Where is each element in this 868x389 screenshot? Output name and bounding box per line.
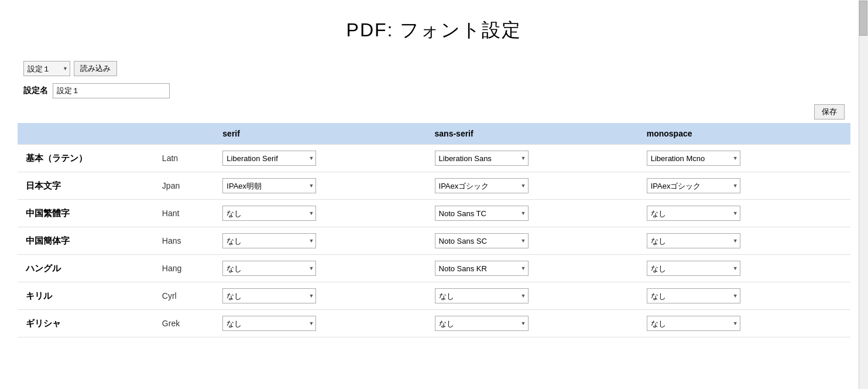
sans-cell: Liberation Sans xyxy=(427,145,639,172)
table-header: serif sans-serif monospace xyxy=(18,123,850,145)
sans-select-wrapper: なし xyxy=(435,316,529,331)
mono-cell: Liberation Mcno xyxy=(639,145,850,172)
sans-select-row-3[interactable]: Noto Sans SC xyxy=(435,233,529,248)
row-code: Hant xyxy=(154,200,214,227)
preset-select-wrapper: 設定１ xyxy=(23,61,70,76)
mono-cell: なし xyxy=(639,200,850,227)
mono-cell: なし xyxy=(639,282,850,310)
serif-select-row-6[interactable]: なし xyxy=(222,316,316,331)
sans-select-row-2[interactable]: Noto Sans TC xyxy=(435,206,529,221)
mono-select-wrapper: なし xyxy=(647,288,740,303)
scrollbar-track[interactable] xyxy=(859,0,868,389)
table-row: キリルCyrlなしなしなし xyxy=(18,282,850,310)
table-row: 中国簡体字HansなしNoto Sans SCなし xyxy=(18,227,850,255)
serif-select-row-4[interactable]: なし xyxy=(222,261,316,276)
row-label: 日本文字 xyxy=(18,172,154,200)
mono-cell: なし xyxy=(639,310,850,337)
serif-select-row-3[interactable]: なし xyxy=(222,233,316,248)
sans-select-wrapper: Liberation Sans xyxy=(435,151,529,166)
row-code: Cyrl xyxy=(154,282,214,310)
serif-cell: Liberation Serif xyxy=(214,145,426,172)
serif-select-wrapper: なし xyxy=(222,261,316,276)
sans-select-wrapper: Noto Sans SC xyxy=(435,233,529,248)
font-table-body: 基本（ラテン）LatnLiberation SerifLiberation Sa… xyxy=(18,145,850,337)
serif-select-row-5[interactable]: なし xyxy=(222,288,316,303)
table-row: 基本（ラテン）LatnLiberation SerifLiberation Sa… xyxy=(18,145,850,172)
serif-select-wrapper: なし xyxy=(222,206,316,221)
serif-select-wrapper: なし xyxy=(222,233,316,248)
sans-select-row-1[interactable]: IPAexゴシック xyxy=(435,178,529,193)
row-code: Grek xyxy=(154,310,214,337)
mono-select-wrapper: なし xyxy=(647,233,740,248)
row-code: Jpan xyxy=(154,172,214,200)
sans-select-row-4[interactable]: Noto Sans KR xyxy=(435,261,529,276)
sans-select-row-0[interactable]: Liberation Sans xyxy=(435,151,529,166)
sans-cell: なし xyxy=(427,310,639,337)
mono-cell: なし xyxy=(639,227,850,255)
mono-select-wrapper: Liberation Mcno xyxy=(647,151,740,166)
mono-select-row-1[interactable]: IPAexゴシック xyxy=(647,178,740,193)
mono-select-row-4[interactable]: なし xyxy=(647,261,740,276)
scrollbar-thumb[interactable] xyxy=(859,1,867,36)
header-serif: serif xyxy=(214,123,426,145)
serif-select-row-1[interactable]: IPAex明朝 xyxy=(222,178,316,193)
serif-cell: IPAex明朝 xyxy=(214,172,426,200)
sans-cell: なし xyxy=(427,282,639,310)
serif-select-wrapper: IPAex明朝 xyxy=(222,178,316,193)
header-col1 xyxy=(18,123,154,145)
row-code: Hang xyxy=(154,255,214,282)
row-label: 基本（ラテン） xyxy=(18,145,154,172)
sans-cell: Noto Sans KR xyxy=(427,255,639,282)
row-label: ハングル xyxy=(18,255,154,282)
table-row: 中国繁體字HantなしNoto Sans TCなし xyxy=(18,200,850,227)
mono-select-wrapper: なし xyxy=(647,261,740,276)
sans-select-wrapper: IPAexゴシック xyxy=(435,178,529,193)
serif-select-row-2[interactable]: なし xyxy=(222,206,316,221)
mono-select-wrapper: IPAexゴシック xyxy=(647,178,740,193)
row-label: 中国簡体字 xyxy=(18,227,154,255)
header-sans-serif: sans-serif xyxy=(427,123,639,145)
mono-select-wrapper: なし xyxy=(647,316,740,331)
serif-cell: なし xyxy=(214,200,426,227)
sans-cell: Noto Sans TC xyxy=(427,200,639,227)
mono-select-row-2[interactable]: なし xyxy=(647,206,740,221)
page-wrapper: PDF: フォント設定 設定１ 読み込み 設定名 保存 serif sans-s… xyxy=(0,0,868,389)
serif-select-wrapper: Liberation Serif xyxy=(222,151,316,166)
header-monospace: monospace xyxy=(639,123,850,145)
serif-cell: なし xyxy=(214,310,426,337)
row-label: 中国繁體字 xyxy=(18,200,154,227)
serif-select-wrapper: なし xyxy=(222,316,316,331)
save-row: 保存 xyxy=(0,104,868,123)
serif-select-wrapper: なし xyxy=(222,288,316,303)
load-button[interactable]: 読み込み xyxy=(74,61,117,76)
sans-select-wrapper: Noto Sans KR xyxy=(435,261,529,276)
settings-name-label: 設定名 xyxy=(23,86,48,96)
table-row: ギリシャGrekなしなしなし xyxy=(18,310,850,337)
row-label: キリル xyxy=(18,282,154,310)
mono-select-row-6[interactable]: なし xyxy=(647,316,740,331)
sans-select-row-5[interactable]: なし xyxy=(435,288,529,303)
mono-cell: IPAexゴシック xyxy=(639,172,850,200)
mono-select-wrapper: なし xyxy=(647,206,740,221)
table-row: 日本文字JpanIPAex明朝IPAexゴシックIPAexゴシック xyxy=(18,172,850,200)
mono-select-row-3[interactable]: なし xyxy=(647,233,740,248)
font-table: serif sans-serif monospace 基本（ラテン）LatnLi… xyxy=(18,123,850,337)
sans-select-wrapper: なし xyxy=(435,288,529,303)
serif-cell: なし xyxy=(214,255,426,282)
serif-cell: なし xyxy=(214,282,426,310)
top-controls: 設定１ 読み込み xyxy=(0,55,868,80)
mono-cell: なし xyxy=(639,255,850,282)
sans-select-row-6[interactable]: なし xyxy=(435,316,529,331)
preset-select[interactable]: 設定１ xyxy=(23,61,70,76)
sans-select-wrapper: Noto Sans TC xyxy=(435,206,529,221)
row-label: ギリシャ xyxy=(18,310,154,337)
mono-select-row-0[interactable]: Liberation Mcno xyxy=(647,151,740,166)
save-button[interactable]: 保存 xyxy=(814,104,845,120)
settings-name-input[interactable] xyxy=(53,83,170,98)
settings-name-row: 設定名 xyxy=(0,80,868,104)
row-code: Latn xyxy=(154,145,214,172)
page-title: PDF: フォント設定 xyxy=(0,0,868,55)
serif-select-row-0[interactable]: Liberation Serif xyxy=(222,151,316,166)
mono-select-row-5[interactable]: なし xyxy=(647,288,740,303)
sans-cell: Noto Sans SC xyxy=(427,227,639,255)
